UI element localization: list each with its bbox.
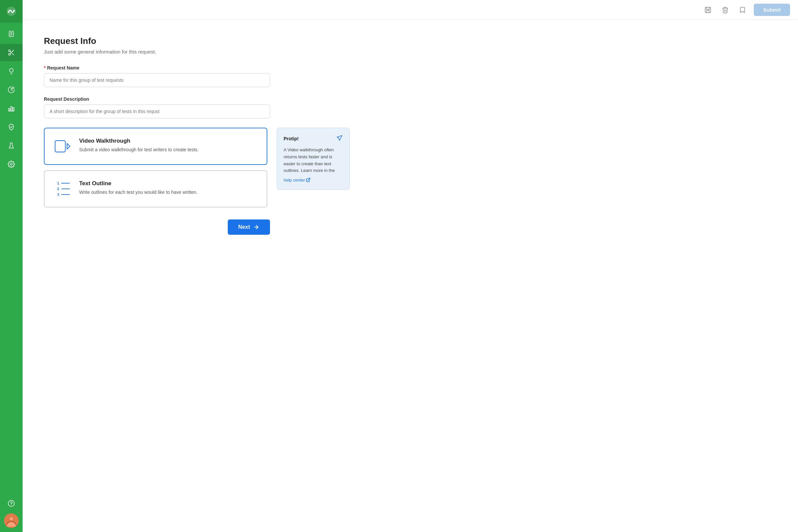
request-name-input[interactable]: [44, 73, 270, 87]
svg-rect-15: [11, 107, 12, 111]
protip-title: Protip!: [284, 136, 299, 141]
svg-rect-16: [13, 108, 14, 111]
sidebar-item-document[interactable]: [0, 25, 23, 42]
svg-line-11: [10, 51, 11, 53]
svg-rect-26: [706, 7, 709, 9]
sidebar-navigation: [0, 23, 23, 495]
text-outline-card-title: Text Outline: [79, 180, 197, 187]
video-card-content: Video Walkthrough Submit a video walkthr…: [79, 138, 199, 153]
video-walkthrough-card[interactable]: Video Walkthrough Submit a video walkthr…: [44, 128, 267, 165]
svg-rect-28: [55, 141, 65, 152]
video-icon: [54, 138, 71, 155]
svg-line-30: [308, 178, 310, 180]
topbar: Submit: [23, 0, 798, 20]
protip-text: A Video walkthrough often returns tests …: [284, 147, 343, 174]
sidebar-logo[interactable]: [0, 0, 23, 23]
external-link-icon: [306, 178, 310, 182]
sidebar-item-settings[interactable]: [0, 156, 23, 173]
svg-point-20: [8, 500, 14, 507]
sidebar-item-lab[interactable]: [0, 137, 23, 154]
next-button[interactable]: Next: [228, 220, 270, 235]
submit-button[interactable]: Submit: [754, 4, 790, 16]
request-name-label: * Request Name: [44, 65, 350, 71]
video-card-title: Video Walkthrough: [79, 138, 199, 144]
text-outline-card-content: Text Outline Write outlines for each tes…: [79, 180, 197, 196]
sidebar-item-tools[interactable]: [0, 44, 23, 61]
footer-actions: Next: [44, 220, 270, 235]
svg-marker-29: [67, 143, 70, 149]
protip-header: Protip!: [284, 135, 343, 142]
text-outline-card-desc: Write outlines for each test you would l…: [79, 189, 197, 196]
megaphone-icon: [336, 135, 343, 142]
text-outline-card[interactable]: 1 2 3: [44, 170, 267, 208]
bookmark-icon[interactable]: [737, 4, 748, 16]
delete-icon[interactable]: [719, 4, 731, 16]
required-indicator: *: [44, 65, 45, 71]
save-icon[interactable]: [702, 4, 714, 16]
sidebar: [0, 0, 23, 532]
svg-rect-27: [707, 10, 709, 12]
svg-rect-14: [8, 108, 10, 111]
help-center-link[interactable]: help center: [284, 177, 310, 183]
arrow-right-icon: [253, 224, 259, 230]
svg-point-13: [12, 87, 14, 89]
request-description-input[interactable]: [44, 104, 270, 118]
option-cards: Video Walkthrough Submit a video walkthr…: [44, 128, 267, 208]
text-outline-icon: 1 2 3: [54, 180, 71, 197]
svg-point-2: [13, 10, 15, 12]
main-area: Submit Request Info Just add some genera…: [23, 0, 798, 532]
request-description-label: Request Description: [44, 96, 350, 102]
sidebar-item-analytics[interactable]: [0, 100, 23, 117]
sidebar-item-help[interactable]: [0, 495, 23, 512]
video-card-desc: Submit a video walkthrough for test writ…: [79, 146, 199, 153]
page-subtitle: Just add some general information for th…: [44, 49, 350, 55]
sidebar-bottom: [0, 495, 23, 532]
svg-point-19: [10, 163, 12, 165]
sidebar-item-ideas[interactable]: [0, 62, 23, 80]
sidebar-item-security[interactable]: [0, 118, 23, 136]
svg-point-24: [9, 517, 13, 521]
sidebar-item-dashboard[interactable]: [0, 81, 23, 98]
svg-line-10: [12, 53, 14, 55]
user-avatar[interactable]: [4, 513, 19, 528]
page-title: Request Info: [44, 36, 350, 46]
svg-rect-25: [705, 7, 711, 13]
content-area: Request Info Just add some general infor…: [23, 20, 798, 532]
content-inner: Request Info Just add some general infor…: [44, 36, 350, 235]
options-layout: Video Walkthrough Submit a video walkthr…: [44, 128, 350, 208]
svg-point-1: [8, 11, 10, 13]
protip-box: Protip! A Video walkthrough often return…: [277, 128, 350, 190]
